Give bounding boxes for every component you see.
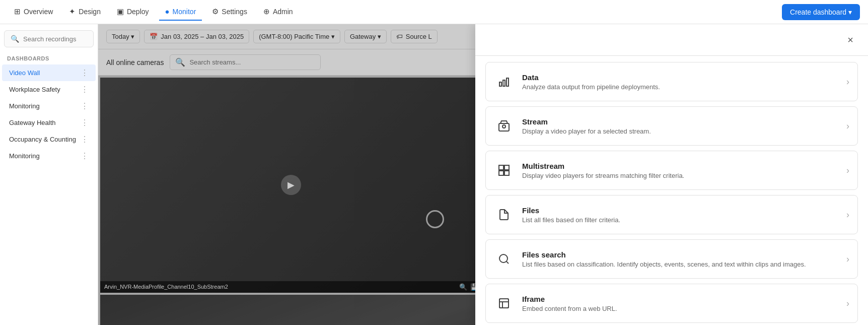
sidebar-item-workplace-safety[interactable]: Workplace Safety ⋮ [2, 81, 96, 98]
sidebar-item-more-icon-4[interactable]: ⋮ [81, 118, 89, 127]
panel-item-iframe-text: Iframe Embed content from a web URL. [522, 295, 838, 312]
search-recordings-field[interactable]: 🔍 [4, 30, 94, 47]
panel-item-multistream-desc: Display video players for streams matchi… [522, 172, 838, 179]
nav-deploy[interactable]: ▣ Deploy [111, 3, 155, 21]
nav-monitor-label: Monitor [173, 8, 196, 16]
design-icon: ✦ [69, 7, 76, 16]
svg-rect-8 [504, 171, 509, 175]
panel-backdrop[interactable] [98, 24, 475, 325]
nav-admin[interactable]: ⊕ Admin [257, 3, 299, 21]
main-layout: 🔍 Dashboards Video Wall ⋮ Workplace Safe… [0, 24, 868, 325]
create-dashboard-button[interactable]: Create dashboard ▾ [782, 4, 860, 20]
sidebar-item-more-icon-6[interactable]: ⋮ [81, 151, 89, 161]
files-search-icon [494, 249, 514, 269]
multistream-chevron-right-icon: › [846, 165, 849, 176]
monitor-icon: ● [165, 7, 170, 16]
admin-icon: ⊕ [263, 7, 270, 16]
panel-item-files-title: Files [522, 206, 838, 215]
nav-monitor[interactable]: ● Monitor [159, 3, 202, 21]
content-area: Today ▾ 📅 Jan 03, 2025 – Jan 03, 2025 (G… [98, 24, 868, 325]
svg-point-9 [499, 254, 508, 263]
panel-item-data-desc: Analyze data output from pipeline deploy… [522, 83, 838, 91]
panel-item-data-text: Data Analyze data output from pipeline d… [522, 73, 838, 91]
top-nav: ⊞ Overview ✦ Design ▣ Deploy ● Monitor ⚙… [0, 0, 868, 24]
nav-deploy-label: Deploy [127, 8, 149, 16]
nav-overview[interactable]: ⊞ Overview [8, 3, 59, 21]
panel-header: × [475, 24, 868, 56]
stream-chevron-right-icon: › [846, 121, 849, 132]
panel-item-data-title: Data [522, 73, 838, 82]
nav-design-label: Design [79, 8, 101, 16]
sidebar-item-workplace-safety-label: Workplace Safety [9, 86, 81, 93]
files-search-chevron-right-icon: › [846, 254, 849, 265]
sidebar-item-occupancy-counting-label: Occupancy & Counting [9, 136, 81, 143]
svg-rect-5 [499, 165, 503, 170]
panel-item-files-desc: List all files based on filter criteria. [522, 216, 838, 224]
iframe-chevron-right-icon: › [846, 298, 849, 309]
overlay-panel: × Data Analyze data output from pipeline… [475, 24, 868, 325]
panel-item-stream-desc: Display a video player for a selected st… [522, 127, 838, 135]
panel-body: Data Analyze data output from pipeline d… [475, 56, 868, 325]
svg-rect-12 [499, 299, 509, 308]
sidebar-item-occupancy-counting[interactable]: Occupancy & Counting ⋮ [2, 131, 96, 148]
overview-icon: ⊞ [14, 7, 21, 16]
sidebar-item-video-wall[interactable]: Video Wall ⋮ [2, 64, 96, 81]
panel-item-files-search-text: Files search List files based on classif… [522, 250, 838, 268]
panel-item-files-search[interactable]: Files search List files based on classif… [485, 239, 858, 279]
data-chevron-right-icon: › [846, 77, 849, 87]
sidebar-item-monitoring-label: Monitoring [9, 102, 81, 110]
data-icon [494, 72, 514, 92]
sidebar-item-more-icon-3[interactable]: ⋮ [81, 101, 89, 111]
panel-item-multistream[interactable]: Multistream Display video players for st… [485, 151, 858, 190]
files-chevron-right-icon: › [846, 210, 849, 220]
sidebar-item-more-icon-5[interactable]: ⋮ [81, 135, 89, 144]
deploy-icon: ▣ [117, 7, 124, 16]
svg-rect-0 [499, 82, 501, 86]
sidebar: 🔍 Dashboards Video Wall ⋮ Workplace Safe… [0, 24, 98, 325]
files-icon [494, 205, 514, 225]
panel-item-iframe-title: Iframe [522, 295, 838, 303]
panel-item-multistream-title: Multistream [522, 162, 838, 170]
stream-icon [494, 116, 514, 136]
panel-close-button[interactable]: × [843, 32, 858, 47]
panel-item-iframe[interactable]: Iframe Embed content from a web URL. › [485, 284, 858, 323]
nav-settings[interactable]: ⚙ Settings [206, 3, 253, 21]
search-recordings-input[interactable] [23, 35, 87, 43]
panel-item-files-search-desc: List files based on classification. Iden… [522, 261, 838, 268]
panel-item-multistream-text: Multistream Display video players for st… [522, 162, 838, 179]
sidebar-item-monitoring2-label: Monitoring [9, 152, 81, 160]
panel-item-data[interactable]: Data Analyze data output from pipeline d… [485, 62, 858, 101]
iframe-icon [494, 293, 514, 313]
svg-rect-2 [507, 78, 509, 86]
sidebar-item-monitoring2[interactable]: Monitoring ⋮ [2, 148, 96, 164]
sidebar-item-more-icon-2[interactable]: ⋮ [81, 85, 89, 94]
sidebar-section-label: Dashboards [0, 53, 98, 64]
panel-item-files-text: Files List all files based on filter cri… [522, 206, 838, 224]
svg-line-10 [507, 262, 509, 264]
nav-settings-label: Settings [222, 8, 247, 16]
nav-admin-label: Admin [273, 8, 293, 16]
sidebar-item-gateway-health[interactable]: Gateway Health ⋮ [2, 114, 96, 131]
panel-item-iframe-desc: Embed content from a web URL. [522, 305, 838, 312]
svg-point-4 [502, 125, 505, 128]
svg-rect-1 [503, 80, 505, 86]
sidebar-item-gateway-health-label: Gateway Health [9, 119, 81, 126]
svg-rect-7 [499, 171, 503, 175]
sidebar-item-video-wall-label: Video Wall [9, 69, 81, 77]
search-icon: 🔍 [11, 35, 19, 43]
svg-rect-6 [504, 165, 509, 170]
sidebar-item-more-icon[interactable]: ⋮ [81, 68, 89, 78]
panel-item-stream-text: Stream Display a video player for a sele… [522, 117, 838, 135]
multistream-icon [494, 160, 514, 180]
panel-item-files[interactable]: Files List all files based on filter cri… [485, 195, 858, 234]
svg-rect-11 [499, 299, 509, 308]
panel-item-stream-title: Stream [522, 117, 838, 126]
settings-icon: ⚙ [212, 7, 219, 16]
panel-item-stream[interactable]: Stream Display a video player for a sele… [485, 106, 858, 146]
sidebar-item-monitoring[interactable]: Monitoring ⋮ [2, 98, 96, 114]
nav-design[interactable]: ✦ Design [63, 3, 107, 21]
panel-item-files-search-title: Files search [522, 250, 838, 259]
nav-overview-label: Overview [24, 8, 53, 16]
